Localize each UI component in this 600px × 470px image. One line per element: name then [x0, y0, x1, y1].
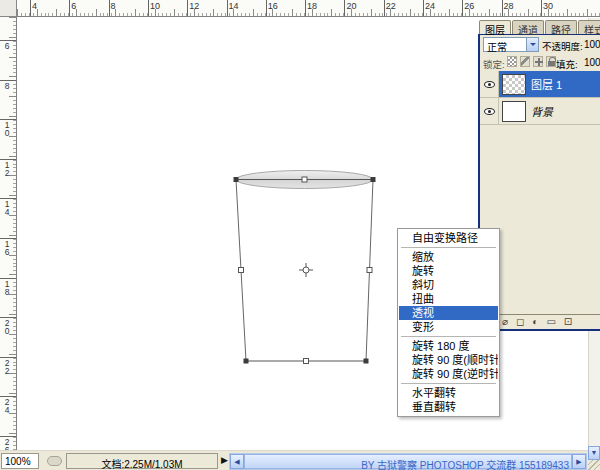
menu-item[interactable]: 水平翻转 — [399, 386, 498, 400]
opacity-label: 不透明度: — [542, 39, 583, 53]
visibility-cell[interactable] — [480, 71, 499, 97]
zoom-level-field[interactable]: 100% — [1, 453, 39, 469]
status-bar: 100% 文档:2.25M/1.03M ▶ ◀ ▶ BY 古狱警察 PHOTOS… — [0, 450, 600, 470]
top-ruler: 4681012141618202224262830 — [17, 0, 600, 17]
menu-item[interactable]: 自由变换路径 — [399, 231, 498, 245]
palette-tab[interactable]: 路径 — [545, 20, 577, 34]
ruler-tick — [502, 0, 503, 16]
link-layers-icon[interactable]: ⌀ — [502, 317, 508, 327]
scroll-down-button[interactable]: ▼ — [588, 446, 600, 460]
ruler-number: 22 — [386, 1, 396, 11]
ruler-number: 6 — [2, 41, 12, 49]
document-size-value: 文档:2.25M/1.03M — [101, 459, 182, 470]
new-adjustment-layer-icon[interactable]: ◐ — [532, 317, 538, 327]
chevron-down-icon[interactable] — [526, 38, 538, 51]
palette-tab[interactable]: 图层 — [479, 20, 511, 34]
palette-tab[interactable]: 通道 — [512, 20, 544, 34]
zoom-level-value: 100% — [5, 456, 31, 467]
ruler-tick — [462, 0, 463, 16]
ruler-tick — [423, 0, 424, 16]
new-group-icon[interactable]: ▭ — [546, 317, 555, 327]
menu-separator — [401, 247, 496, 248]
lock-paint-icon[interactable] — [520, 56, 530, 67]
ruler-corner-box — [0, 0, 17, 17]
layer-list: 图层 1背景 — [480, 71, 600, 125]
add-layer-mask-icon[interactable]: ◻ — [516, 317, 524, 327]
layer-main[interactable]: 背景 — [499, 98, 600, 124]
menu-item[interactable]: 旋转 180 度 — [399, 339, 498, 353]
layer-thumbnail[interactable] — [502, 101, 526, 122]
ruler-number: 8 — [2, 81, 12, 89]
palette-tab[interactable]: 样式 — [578, 20, 600, 34]
ruler-number: 14 — [2, 199, 12, 215]
ruler-number: 24 — [425, 1, 435, 11]
layer-thumbnail[interactable] — [502, 74, 526, 95]
menu-item[interactable]: 垂直翻转 — [399, 400, 498, 414]
document-size-panel[interactable]: 文档:2.25M/1.03M — [66, 453, 218, 469]
ruler-number: 20 — [2, 318, 12, 334]
lock-all-icon[interactable] — [546, 56, 556, 67]
horizontal-scrollbar[interactable]: ◀ ▶ BY 古狱警察 PHOTOSHOP 交流群 155189433 — [229, 453, 587, 470]
context-menu: 自由变换路径缩放旋转斜切扭曲透视变形旋转 180 度旋转 90 度(顺时针)旋转… — [397, 228, 500, 417]
eye-icon[interactable] — [484, 81, 495, 88]
menu-item[interactable]: 斜切 — [399, 278, 498, 292]
layer-name: 背景 — [531, 103, 553, 119]
layer-row[interactable]: 图层 1 — [480, 71, 600, 98]
menu-item[interactable]: 旋转 90 度(逆时针) — [399, 367, 498, 381]
scroll-down-icon: ▼ — [591, 449, 598, 456]
menu-item[interactable]: 旋转 90 度(顺时针) — [399, 353, 498, 367]
ruler-number: 12 — [189, 1, 199, 11]
ruler-number: 10 — [150, 1, 160, 11]
layer-name: 图层 1 — [531, 76, 562, 92]
menu-separator — [401, 383, 496, 384]
ruler-tick — [344, 0, 345, 16]
lock-label: 锁定: — [483, 57, 505, 71]
ruler-number: 18 — [307, 1, 317, 11]
scroll-right-icon: ▶ — [576, 458, 581, 465]
palette-tabs: 图层通道路径样式色板 — [478, 20, 600, 34]
ruler-number: 6 — [71, 1, 76, 11]
ruler-tick — [266, 0, 267, 16]
status-menu-arrow-icon[interactable]: ▶ — [221, 455, 228, 465]
left-ruler: 68101214161820222426 — [0, 17, 17, 450]
ruler-tick — [227, 0, 228, 16]
eye-icon[interactable] — [484, 108, 495, 115]
blend-mode-dropdown[interactable]: 正常 — [483, 37, 539, 52]
ruler-number: 30 — [543, 1, 553, 11]
lock-row: 锁定: 填充: 100 — [480, 54, 600, 71]
fill-value[interactable]: 100 — [584, 57, 600, 68]
lock-position-icon[interactable] — [533, 56, 543, 67]
scroll-left-button[interactable]: ◀ — [230, 454, 244, 469]
menu-item[interactable]: 透视 — [399, 306, 498, 320]
ruler-number: 4 — [32, 1, 37, 11]
lock-icons — [507, 56, 556, 67]
layer-row[interactable]: 背景 — [480, 98, 600, 125]
ruler-number: 18 — [2, 279, 12, 295]
ruler-number: 16 — [268, 1, 278, 11]
ruler-number: 24 — [2, 397, 12, 413]
ruler-tick — [187, 0, 188, 16]
layer-main[interactable]: 图层 1 — [499, 71, 600, 97]
visibility-cell[interactable] — [480, 98, 499, 124]
ruler-number: 16 — [2, 239, 12, 255]
menu-item[interactable]: 旋转 — [399, 264, 498, 278]
ruler-tick — [305, 0, 306, 16]
scroll-right-button[interactable]: ▶ — [572, 454, 586, 469]
ruler-tick — [384, 0, 385, 16]
scroll-left-icon: ◀ — [234, 458, 239, 465]
photoshop-window: 4681012141618202224262830 68101214161820… — [0, 0, 600, 470]
menu-item[interactable]: 变形 — [399, 320, 498, 334]
menu-item[interactable]: 缩放 — [399, 250, 498, 264]
ruler-tick — [30, 0, 31, 16]
ruler-number: 28 — [504, 1, 514, 11]
ruler-tick — [69, 0, 70, 16]
ruler-number: 8 — [111, 1, 116, 11]
opacity-value[interactable]: 100 — [584, 39, 600, 50]
ruler-number: 26 — [464, 1, 474, 11]
blend-mode-row: 正常 不透明度: 100 — [480, 35, 600, 54]
menu-item[interactable]: 扭曲 — [399, 292, 498, 306]
resize-grip[interactable] — [588, 460, 600, 470]
lock-transparency-icon[interactable] — [507, 56, 517, 67]
ruler-number: 10 — [2, 120, 12, 136]
new-layer-icon[interactable]: ⊡ — [564, 317, 572, 327]
